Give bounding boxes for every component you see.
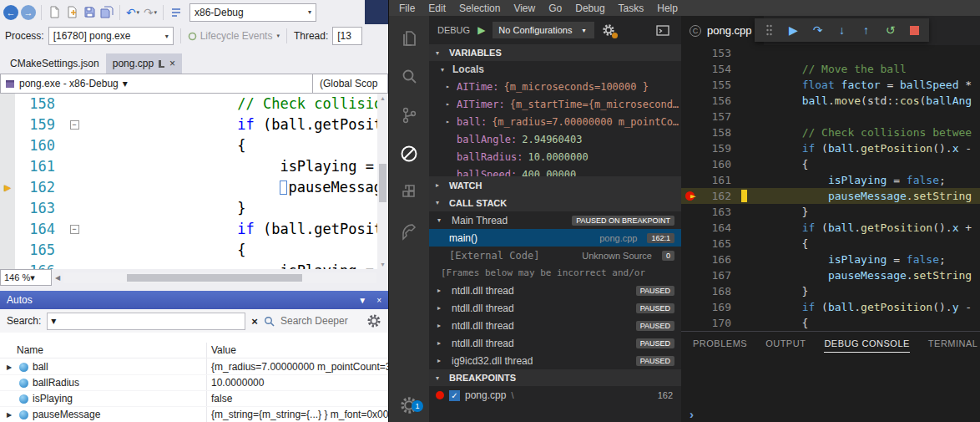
table-row[interactable]: isPlayingfalse	[0, 391, 388, 407]
code-line[interactable]: 164 if (ball.getPosition().x +	[681, 220, 980, 236]
undo-button[interactable]: ↶▾	[125, 4, 140, 21]
current-statement-arrow[interactable]: ►	[0, 177, 15, 198]
variable-row[interactable]: ▸ball:{m_radius=7.00000000 m_pointCo…	[429, 113, 681, 130]
twistie-icon[interactable]: ▸	[437, 357, 447, 364]
window-position-icon[interactable]: ▼	[358, 296, 366, 305]
editor-tab-pong-cpp[interactable]: C pong.cpp	[681, 16, 764, 45]
code-line[interactable]: 159− if (ball.getPositio	[0, 114, 377, 135]
close-icon[interactable]: ×	[376, 296, 381, 305]
twistie-icon[interactable]: ▸	[437, 322, 447, 329]
save-icon[interactable]	[82, 4, 97, 21]
process-combo[interactable]: [16780] pong.exe ▾	[48, 27, 174, 45]
panel-tab-terminal[interactable]: TERMINAL	[928, 338, 978, 353]
step-out-button[interactable]: ↑	[854, 23, 878, 37]
callstack-row[interactable]: ▸ntdll.dll threadPAUSED	[429, 317, 681, 334]
search-icon[interactable]	[389, 58, 429, 96]
step-into-button[interactable]: ↓	[830, 23, 854, 37]
scrollbar-thumb[interactable]	[127, 274, 302, 282]
code-line[interactable]: 165 {	[0, 240, 377, 261]
code-line[interactable]: 160 {	[0, 135, 377, 156]
menu-item-debug[interactable]: Debug	[568, 3, 611, 14]
menu-item-selection[interactable]: Selection	[452, 3, 507, 14]
breakpoints-section-header[interactable]: ▾ BREAKPOINTS	[429, 369, 681, 386]
save-all-icon[interactable]	[99, 4, 114, 21]
locals-scope-row[interactable]: ▾ Locals	[429, 61, 681, 78]
open-console-icon[interactable]	[656, 25, 669, 36]
variables-section-header[interactable]: ▾ VARIABLES	[429, 44, 681, 61]
expand-arrow-icon[interactable]: ▶	[7, 364, 15, 371]
scroll-up-icon[interactable]: ▲	[377, 95, 388, 101]
search-deeper-button[interactable]: Search Deeper	[280, 315, 348, 327]
code-line[interactable]: 163 }	[681, 204, 980, 220]
debug-configuration-dropdown[interactable]: No Configurations ▾	[493, 22, 594, 38]
fold-minus-icon[interactable]: −	[70, 120, 79, 130]
code-line[interactable]: 158 // Check collisions betwee	[681, 125, 980, 140]
lifecycle-events-dropdown[interactable]: Lifecycle Events ▾	[188, 30, 280, 42]
code-line[interactable]: 166 isPlaying = false;	[681, 252, 980, 267]
fold-collapse-button[interactable]: −	[65, 219, 83, 240]
thread-combo[interactable]: [13	[332, 27, 362, 45]
variable-row[interactable]: ballAngle:2.94960403	[429, 130, 681, 148]
fold-minus-icon[interactable]: −	[70, 225, 79, 234]
configure-gear-icon[interactable]	[602, 23, 615, 37]
twistie-icon[interactable]: ▾	[437, 216, 447, 224]
breakpoint-glyph[interactable]: ►	[681, 188, 705, 204]
menu-item-go[interactable]: Go	[542, 3, 568, 14]
redo-button[interactable]: ↷▾	[143, 4, 158, 21]
callstack-row[interactable]: main()pong.cpp162:1	[429, 229, 681, 247]
start-debug-button[interactable]: ▶	[477, 24, 485, 36]
search-input[interactable]: ▾	[47, 313, 245, 330]
debug-icon[interactable]	[389, 135, 429, 173]
code-line[interactable]: 161 isPlaying = false;	[681, 172, 980, 188]
type-scope-combo[interactable]: (Global Scop	[313, 74, 388, 94]
table-row[interactable]: ▶ball{m_radius=7.00000000 m_pointCount=3…	[0, 359, 388, 375]
callstack-row[interactable]: ▸ntdll.dll threadPAUSED	[429, 299, 681, 317]
list-icon[interactable]	[169, 4, 184, 21]
variable-row[interactable]: ▸AITimer:{m_startTime={m_microsecond…	[429, 95, 681, 113]
drag-grip[interactable]	[757, 23, 781, 37]
name-column-header[interactable]: Name	[0, 344, 206, 356]
code-line[interactable]: 160 {	[681, 156, 980, 172]
continue-button[interactable]: ▶	[781, 23, 806, 37]
panel-tab-debug-console[interactable]: DEBUG CONSOLE	[824, 338, 909, 353]
pin-icon[interactable]	[159, 60, 164, 68]
add-item-icon[interactable]	[64, 4, 79, 21]
expand-arrow-icon[interactable]: ▸	[446, 83, 457, 90]
code-line[interactable]: 165 {	[681, 236, 980, 252]
code-line[interactable]: 156 ball.move(std::cos(ballAng	[681, 93, 980, 109]
navigate-back-button[interactable]: ←	[3, 5, 18, 20]
panel-tab-output[interactable]: OUTPUT	[765, 338, 806, 353]
code-line[interactable]: 159 if (ball.getPosition().x -	[681, 140, 980, 156]
menu-item-file[interactable]: File	[392, 3, 422, 14]
twistie-icon[interactable]: ▸	[437, 304, 447, 312]
doc-tab[interactable]: CMakeSettings.json	[3, 53, 106, 74]
settings-gear-icon[interactable]: 1	[389, 395, 429, 415]
expand-arrow-icon[interactable]: ▸	[446, 118, 457, 125]
panel-tab-problems[interactable]: PROBLEMS	[693, 338, 747, 353]
twistie-icon[interactable]: ▸	[437, 287, 447, 294]
breakpoint-row[interactable]: ✓pong.cpp\162	[429, 386, 681, 404]
code-line[interactable]: 169 if (ball.getPosition().y -	[681, 299, 980, 315]
extensions-icon[interactable]	[389, 173, 429, 211]
autos-title-bar[interactable]: Autos ▼ ×	[0, 291, 388, 309]
code-line[interactable]: 161 isPlaying = fal	[0, 156, 377, 177]
menu-item-help[interactable]: Help	[650, 3, 684, 14]
settings-gear-icon[interactable]	[366, 313, 381, 328]
misc-panel-icon[interactable]	[389, 211, 429, 250]
code-line[interactable]: 166 isPlaying = fal	[0, 261, 377, 269]
fold-collapse-button[interactable]: −	[65, 114, 83, 135]
variable-row[interactable]: ballSpeed:400.00000	[429, 165, 681, 176]
call-stack-section-header[interactable]: ▾ CALL STACK	[429, 194, 681, 211]
vertical-scrollbar[interactable]: ▲ ▼	[377, 94, 388, 269]
table-row[interactable]: ▶pauseMessage{m_string={m_string={...} }…	[0, 407, 388, 422]
callstack-row[interactable]: ▸ntdll.dll threadPAUSED	[429, 282, 681, 299]
code-line[interactable]: ►162 pauseMessage.se	[0, 177, 377, 198]
close-icon[interactable]: ×	[169, 58, 175, 69]
variable-row[interactable]: ballRadius:10.0000000	[429, 148, 681, 165]
scrollbar-thumb[interactable]	[379, 164, 386, 202]
debug-console-prompt[interactable]: ›	[690, 407, 694, 421]
code-line[interactable]: 163 }	[0, 198, 377, 219]
code-line[interactable]: 168 }	[681, 283, 980, 299]
callstack-row[interactable]: [External Code]Unknown Source0	[429, 247, 681, 264]
scroll-down-icon[interactable]: ▼	[377, 262, 388, 267]
